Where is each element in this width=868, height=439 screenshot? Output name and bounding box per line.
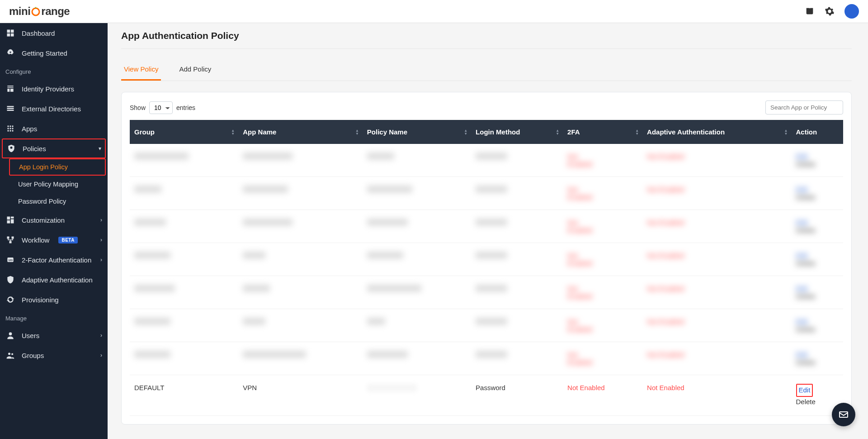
svg-point-26 [9,332,12,335]
sidebar-item-workflow[interactable]: Workflow BETA › [0,230,108,250]
chevron-down-icon: ▾ [99,145,101,152]
sidebar-item-label: Password Policy [18,198,66,205]
svg-point-8 [7,125,9,127]
idp-icon [5,84,15,94]
col-policy-name[interactable]: Policy Name▲▼ [363,120,471,144]
svg-point-9 [9,125,11,127]
tab-add-policy[interactable]: Add Policy [176,61,214,81]
table-row: NotEnabledNot EnabledEditDelete [130,243,843,276]
svg-rect-5 [7,106,14,107]
sidebar-item-label: Users [22,332,39,339]
table-controls: Show 10 entries [130,100,843,115]
sidebar-item-external-directories[interactable]: External Directories [0,99,108,119]
cell-adaptive: Not Enabled [642,375,791,416]
two-factor-icon: 123 [5,255,15,265]
col-app-name[interactable]: App Name▲▼ [238,120,363,144]
svg-rect-20 [7,220,10,224]
col-group[interactable]: Group▲▼ [130,120,238,144]
workflow-icon [5,235,15,245]
sidebar-item-policies[interactable]: Policies ▾ [2,138,106,158]
svg-point-10 [12,125,13,127]
table-row: NotEnabledNot EnabledEditDelete [130,177,843,210]
svg-point-14 [7,130,9,131]
svg-point-15 [9,130,11,131]
cell-2fa: Not Enabled [563,375,642,416]
cell-group: DEFAULT [130,375,238,416]
sidebar-item-getting-started[interactable]: Getting Started [0,43,108,63]
contact-mail-button[interactable] [832,403,855,426]
sidebar-item-label: External Directories [22,105,81,113]
rocket-icon [5,48,15,58]
col-login-method[interactable]: Login Method▲▼ [471,120,563,144]
sidebar-item-label: 2-Factor Authentication [22,256,91,264]
sidebar-item-password-policy[interactable]: Password Policy [0,193,108,210]
main-content: App Authentication Policy View Policy Ad… [108,23,868,439]
table-row: NotEnabledNot EnabledEditDelete [130,210,843,243]
sync-icon [5,295,15,305]
sidebar-item-users[interactable]: Users › [0,325,108,345]
groups-icon [5,350,15,360]
table-row: NotEnabledNot EnabledEditDelete [130,276,843,309]
sidebar-item-label: Groups [22,352,44,359]
mail-icon [838,409,849,420]
sidebar-item-adaptive-auth[interactable]: Adaptive Authentication [0,270,108,290]
sidebar-item-user-policy-mapping[interactable]: User Policy Mapping [0,176,108,193]
cell-policy-name [363,375,471,416]
action-delete-link[interactable]: Delete [796,397,839,407]
sidebar-item-provisioning[interactable]: Provisioning [0,290,108,310]
chevron-right-icon: › [100,237,102,243]
chevron-right-icon: › [100,257,102,263]
sidebar-item-customization[interactable]: Customization › [0,210,108,230]
sidebar-item-label: Provisioning [22,296,59,304]
svg-rect-21 [7,237,9,239]
sidebar-item-apps[interactable]: Apps [0,119,108,138]
top-bar: mini range [0,0,868,23]
sidebar-item-label: Dashboard [22,29,55,37]
svg-point-13 [12,128,13,129]
table-row: NotEnabledNot EnabledEditDelete [130,342,843,375]
chevron-right-icon: › [100,332,102,339]
sidebar-item-label: Policies [23,145,46,153]
sidebar-item-label: Apps [22,125,37,133]
page-title: App Authentication Policy [121,29,852,49]
tab-view-policy[interactable]: View Policy [121,61,161,81]
sidebar-item-groups[interactable]: Groups › [0,345,108,365]
user-avatar[interactable] [844,4,859,19]
table-row-default-vpn: DEFAULT VPN Password Not Enabled Not Ena… [130,375,843,416]
svg-rect-17 [7,217,10,220]
cell-login-method: Password [471,375,563,416]
docs-icon[interactable] [805,6,815,16]
show-label: Show [130,104,146,111]
svg-rect-23 [9,241,12,243]
sidebar-item-label: Identity Providers [22,85,74,93]
sidebar-item-label: App Login Policy [19,163,68,171]
svg-rect-18 [11,217,14,219]
sidebar-section-manage: Manage [0,310,108,325]
svg-rect-1 [7,30,10,33]
col-2fa[interactable]: 2FA▲▼ [563,120,642,144]
svg-point-11 [7,128,9,129]
sidebar-item-label: Customization [22,216,65,224]
sidebar-item-dashboard[interactable]: Dashboard [0,23,108,43]
svg-point-27 [8,353,10,355]
policy-table: Group▲▼ App Name▲▼ Policy Name▲▼ Login M… [130,120,843,416]
sidebar-item-app-login-policy[interactable]: App Login Policy [9,158,106,176]
svg-rect-7 [7,110,14,111]
search-input[interactable] [765,100,843,115]
brand-logo[interactable]: mini range [9,5,70,18]
sidebar-section-configure: Configure [0,63,108,79]
svg-rect-4 [11,33,14,37]
sidebar-item-label: Workflow [22,236,49,244]
gear-icon[interactable] [825,6,835,16]
sidebar-item-identity-providers[interactable]: Identity Providers [0,79,108,99]
action-edit-link[interactable]: Edit [799,385,811,396]
user-icon [5,330,15,340]
page-size-select[interactable]: 10 [149,101,173,114]
shield-icon [6,143,16,153]
sidebar-item-2fa[interactable]: 123 2-Factor Authentication › [0,250,108,270]
col-adaptive[interactable]: Adaptive Authentication▲▼ [642,120,791,144]
chevron-right-icon: › [100,352,102,358]
cell-app-name: VPN [238,375,363,416]
svg-rect-22 [12,237,14,239]
table-row: NotEnabledNot EnabledEditDelete [130,144,843,177]
